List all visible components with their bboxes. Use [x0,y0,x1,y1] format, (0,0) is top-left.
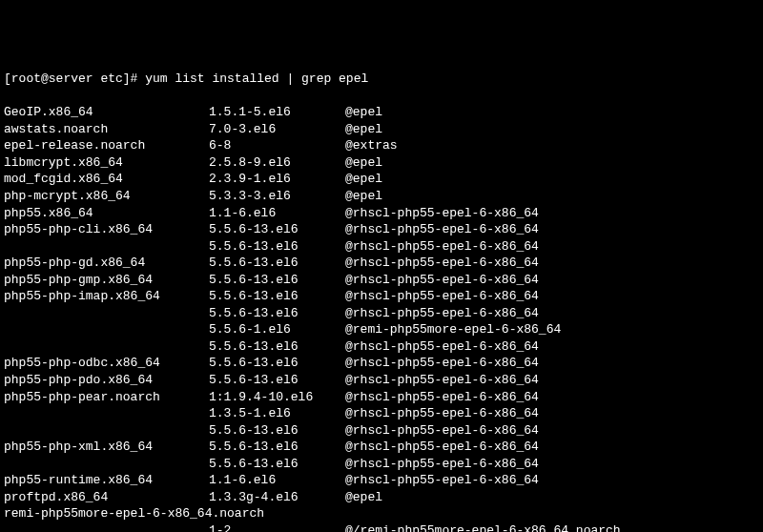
package-name [4,522,209,532]
package-row: remi-php55more-epel-6-x86_64.noarch [4,505,759,522]
package-row: 5.5.6-13.el6@rhscl-php55-epel-6-x86_64 [4,338,759,356]
package-repo: @extras [345,137,759,154]
package-name: proftpd.x86_64 [4,489,209,506]
package-row: php55-runtime.x86_641.1-6.el6@rhscl-php5… [4,472,759,489]
package-version: 5.5.6-13.el6 [209,288,345,305]
package-repo: @rhscl-php55-epel-6-x86_64 [345,205,759,222]
package-name [4,456,209,473]
package-name: awstats.noarch [4,121,209,138]
package-version: 5.5.6-13.el6 [209,238,345,256]
package-repo: @rhscl-php55-epel-6-x86_64 [345,355,759,372]
package-version: 5.5.6-13.el6 [209,422,345,440]
package-repo: @rhscl-php55-epel-6-x86_64 [345,221,759,238]
package-name [4,338,209,356]
package-row: php-mcrypt.x86_645.3.3-3.el6@epel [4,188,759,205]
package-row: php55-php-odbc.x86_645.5.6-13.el6@rhscl-… [4,355,759,372]
package-name [4,305,209,322]
package-row: epel-release.noarch6-8@extras [4,137,759,154]
package-repo: @rhscl-php55-epel-6-x86_64 [345,456,759,473]
package-version: 5.5.6-1.el6 [209,321,345,338]
package-version: 6-8 [209,137,345,154]
package-row: 5.5.6-13.el6@rhscl-php55-epel-6-x86_64 [4,305,759,322]
package-row: awstats.noarch7.0-3.el6@epel [4,121,759,138]
package-version: 5.5.6-13.el6 [209,305,345,322]
package-row: GeoIP.x86_641.5.1-5.el6@epel [4,104,759,121]
package-name [4,405,209,422]
package-version: 5.5.6-13.el6 [209,439,345,456]
package-repo: @rhscl-php55-epel-6-x86_64 [345,238,759,256]
package-name [4,238,209,256]
package-version: 2.5.8-9.el6 [209,154,345,172]
package-row: proftpd.x86_641.3.3g-4.el6@epel [4,489,759,506]
package-row: php55-php-gd.x86_645.5.6-13.el6@rhscl-ph… [4,255,759,272]
package-repo: @epel [345,188,759,205]
package-version: 5.5.6-13.el6 [209,338,345,356]
package-name: php55-php-gd.x86_64 [4,255,209,272]
package-row: mod_fcgid.x86_642.3.9-1.el6@epel [4,171,759,188]
package-row: 1.3.5-1.el6@rhscl-php55-epel-6-x86_64 [4,405,759,422]
package-name: mod_fcgid.x86_64 [4,171,209,188]
package-repo: @/remi-php55more-epel-6-x86_64.noarch [345,522,759,532]
package-repo: @rhscl-php55-epel-6-x86_64 [345,405,759,422]
package-version: 5.5.6-13.el6 [209,255,345,272]
command-prompt[interactable]: [root@server etc]# yum list installed | … [4,71,759,88]
package-row: libmcrypt.x86_642.5.8-9.el6@epel [4,154,759,172]
package-version: 5.5.6-13.el6 [209,355,345,372]
package-version: 1-2 [209,522,345,532]
package-repo: @rhscl-php55-epel-6-x86_64 [345,338,759,356]
package-version: 1.5.1-5.el6 [209,104,345,121]
package-row: php55-php-imap.x86_645.5.6-13.el6@rhscl-… [4,288,759,305]
package-version: 1.3.5-1.el6 [209,405,345,422]
package-name: epel-release.noarch [4,137,209,154]
package-repo: @remi-php55more-epel-6-x86_64 [345,321,759,338]
package-version: 1.1-6.el6 [209,205,345,222]
package-row: php55-php-pdo.x86_645.5.6-13.el6@rhscl-p… [4,372,759,389]
package-row: php55-php-cli.x86_645.5.6-13.el6@rhscl-p… [4,221,759,238]
package-repo: @epel [345,489,759,506]
package-row: php55.x86_641.1-6.el6@rhscl-php55-epel-6… [4,205,759,222]
package-name: php55.x86_64 [4,205,209,222]
package-name: php55-php-gmp.x86_64 [4,272,209,289]
package-repo: @epel [345,154,759,172]
package-row: 5.5.6-13.el6@rhscl-php55-epel-6-x86_64 [4,456,759,473]
package-row: php55-php-xml.x86_645.5.6-13.el6@rhscl-p… [4,439,759,456]
package-row: 1-2@/remi-php55more-epel-6-x86_64.noarch [4,522,759,532]
package-name: php55-php-pdo.x86_64 [4,372,209,389]
package-repo: @rhscl-php55-epel-6-x86_64 [345,305,759,322]
package-repo: @rhscl-php55-epel-6-x86_64 [345,255,759,272]
package-name: php55-php-imap.x86_64 [4,288,209,305]
package-name: php55-runtime.x86_64 [4,472,209,489]
package-repo: @rhscl-php55-epel-6-x86_64 [345,422,759,440]
package-name: php55-php-pear.noarch [4,389,209,406]
package-row: 5.5.6-1.el6@remi-php55more-epel-6-x86_64 [4,321,759,338]
package-repo: @rhscl-php55-epel-6-x86_64 [345,372,759,389]
package-version: 5.5.6-13.el6 [209,272,345,289]
package-version: 5.5.6-13.el6 [209,221,345,238]
package-row: php55-php-pear.noarch1:1.9.4-10.el6@rhsc… [4,389,759,406]
package-name: php55-php-xml.x86_64 [4,439,209,456]
package-version: 7.0-3.el6 [209,121,345,138]
package-version: 2.3.9-1.el6 [209,171,345,188]
package-repo: @rhscl-php55-epel-6-x86_64 [345,272,759,289]
package-name [4,321,209,338]
package-version: 1.1-6.el6 [209,472,345,489]
package-repo: @rhscl-php55-epel-6-x86_64 [345,439,759,456]
package-repo: @rhscl-php55-epel-6-x86_64 [345,288,759,305]
package-repo: @rhscl-php55-epel-6-x86_64 [345,389,759,406]
package-version: 5.5.6-13.el6 [209,456,345,473]
package-repo: @epel [345,171,759,188]
package-version: 5.3.3-3.el6 [209,188,345,205]
package-name [4,422,209,440]
package-name: GeoIP.x86_64 [4,104,209,121]
package-name: php55-php-odbc.x86_64 [4,355,209,372]
package-version: 1:1.9.4-10.el6 [209,389,345,406]
package-name: php-mcrypt.x86_64 [4,188,209,205]
package-version: 5.5.6-13.el6 [209,372,345,389]
package-repo: @epel [345,104,759,121]
package-name: php55-php-cli.x86_64 [4,221,209,238]
package-name: libmcrypt.x86_64 [4,154,209,172]
terminal-output: GeoIP.x86_641.5.1-5.el6@epelawstats.noar… [4,104,759,532]
package-row: 5.5.6-13.el6@rhscl-php55-epel-6-x86_64 [4,238,759,256]
package-version: 1.3.3g-4.el6 [209,489,345,506]
package-row: php55-php-gmp.x86_645.5.6-13.el6@rhscl-p… [4,272,759,289]
